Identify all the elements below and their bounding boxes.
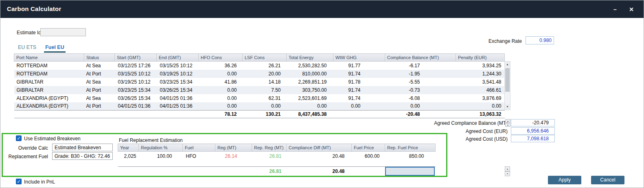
cell xyxy=(333,111,385,118)
spacer-row xyxy=(118,161,436,167)
cell: -0.73 xyxy=(385,86,456,94)
cell: ALEXANDRIA (EGYPT) xyxy=(14,102,84,111)
table-row[interactable]: GIBRALTARAt Sea03/19/25 10:1203/23/25 15… xyxy=(14,78,505,86)
cell xyxy=(118,161,436,167)
table-row[interactable]: ALEXANDRIA (EGYPT)At Port04/01/25 01:360… xyxy=(14,102,505,111)
cell: ROTTERDAM xyxy=(14,62,84,70)
cell xyxy=(139,167,183,176)
total-energy: 8,437,485.38 xyxy=(287,111,333,118)
checkmark-icon: ✓ xyxy=(17,179,20,184)
tab-fuel-eu[interactable]: Fuel EU xyxy=(44,43,66,53)
column-header[interactable]: Total Energy xyxy=(287,54,333,62)
cell: 91.74 xyxy=(333,94,385,102)
fuel-table-scrollbar[interactable]: ▲ ▼ xyxy=(505,166,510,177)
estimate-id-input[interactable] xyxy=(40,28,86,36)
cell: 03/12/25 17:26 xyxy=(115,62,157,70)
spinner-up-icon[interactable]: ▲ xyxy=(505,119,510,123)
cell: 600.00 xyxy=(352,152,385,161)
cell: 810,000.00 xyxy=(287,70,333,78)
cell: HFO xyxy=(183,152,215,161)
cell: At Port xyxy=(84,70,115,78)
carbon-calculator-dialog: Carbon Calculator – ✕ Estimate Id Exchan… xyxy=(0,0,644,188)
cell: 0.00 xyxy=(287,102,333,111)
column-header[interactable]: Reg (MT) xyxy=(215,144,252,152)
column-header[interactable]: Rep. Fuel Price xyxy=(385,144,436,152)
total-hfo: 78.12 xyxy=(199,111,243,118)
total-compliance: -20.48 xyxy=(385,111,456,118)
total-lsf: 130.21 xyxy=(243,111,287,118)
column-header[interactable]: Compliance Diff (MT) xyxy=(287,144,352,152)
voyage-table: Port Name Status Start (GMT) End (GMT) H… xyxy=(14,53,505,118)
cell: At Sea xyxy=(84,78,115,86)
cell: 26.81 xyxy=(252,152,287,161)
scroll-down-icon[interactable]: ▼ xyxy=(505,171,510,176)
cancel-button[interactable]: Cancel xyxy=(591,176,624,184)
estimate-id-label: Estimate Id xyxy=(17,30,41,35)
rep-fuel-price-input[interactable] xyxy=(385,167,435,176)
override-calc-input[interactable] xyxy=(52,144,113,151)
cell xyxy=(115,111,157,118)
column-header[interactable]: Compliance Balance (MT) xyxy=(385,54,456,62)
tab-eu-ets[interactable]: EU ETS xyxy=(17,43,37,53)
include-in-pnl-checkbox[interactable]: ✓ xyxy=(16,179,22,184)
cell xyxy=(215,167,252,176)
agreed-compliance-value[interactable]: -20.479 xyxy=(511,119,555,126)
apply-button[interactable]: Apply xyxy=(548,176,581,184)
scroll-up-icon[interactable]: ▲ xyxy=(505,166,510,171)
cell: 3,876.69 xyxy=(456,94,505,102)
table-row[interactable]: ALEXANDRIA (EGYPT)At Sea03/26/25 15:3404… xyxy=(14,94,505,102)
totals-row: 26.8120.48 xyxy=(118,167,436,176)
cell: 04/01/25 01:36 xyxy=(157,102,199,111)
exchange-rate-input[interactable] xyxy=(526,36,554,44)
column-header[interactable]: Fuel Price xyxy=(352,144,385,152)
table-row[interactable]: 2,025100.00HFO26.1426.8120.48600.00850.0… xyxy=(118,152,436,161)
column-header[interactable]: Start (GMT) xyxy=(115,54,157,62)
spinner-down-icon[interactable]: ▼ xyxy=(505,123,510,127)
replacement-fuel-input[interactable] xyxy=(52,152,113,160)
compliance-spinner[interactable]: ▲ ▼ xyxy=(505,119,510,127)
agreed-cost-eur-value[interactable]: 6,956.646 xyxy=(511,127,555,135)
scroll-up-icon[interactable]: ▲ xyxy=(505,62,510,67)
scroll-down-icon[interactable]: ▼ xyxy=(505,104,510,110)
cell: 91.77 xyxy=(333,62,385,70)
cell: 20.00 xyxy=(243,70,287,78)
column-header[interactable]: LSF Cons xyxy=(243,54,287,62)
cell: ROTTERDAM xyxy=(14,70,84,78)
scrollbar-thumb[interactable] xyxy=(505,68,510,92)
cell: 2,269,851.19 xyxy=(287,78,333,86)
column-header[interactable]: Rep. Reg (MT) xyxy=(252,144,287,152)
cell: 20.48 xyxy=(287,152,352,161)
cell xyxy=(183,167,215,176)
column-header[interactable]: Penalty (EUR) xyxy=(456,54,505,62)
column-header[interactable]: End (GMT) xyxy=(157,54,199,62)
titlebar[interactable]: Carbon Calculator – ✕ xyxy=(0,0,644,18)
cell: At Sea xyxy=(84,62,115,70)
checkmark-icon: ✓ xyxy=(17,136,20,141)
column-header[interactable]: Year xyxy=(118,144,139,152)
include-in-pnl-label: Include in PnL xyxy=(24,179,55,185)
header-row: Port Name Status Start (GMT) End (GMT) H… xyxy=(14,54,505,62)
cell xyxy=(14,111,84,118)
exchange-rate-label: Exchange Rate xyxy=(488,38,522,44)
column-header[interactable]: Regulation % xyxy=(139,144,183,152)
cell: 14.18 xyxy=(243,78,287,86)
cell: 303,750.00 xyxy=(287,86,333,94)
table-row[interactable]: ROTTERDAMAt Port03/15/25 10:1203/19/25 1… xyxy=(14,70,505,78)
use-estimated-breakeven-checkbox[interactable]: ✓ xyxy=(16,135,22,141)
close-icon[interactable]: ✕ xyxy=(626,4,636,14)
cell: 36.26 xyxy=(199,62,243,70)
table-scrollbar[interactable]: ▲ ▼ xyxy=(504,61,510,110)
column-header[interactable]: Status xyxy=(84,54,115,62)
table-row[interactable]: GIBRALTARAt Port03/23/25 15:3403/26/25 1… xyxy=(14,86,505,94)
cell: 04/01/25 01:36 xyxy=(115,102,157,111)
cell: 62.31 xyxy=(243,94,287,102)
column-header[interactable]: Port Name xyxy=(14,54,84,62)
column-header[interactable]: HFO Cons xyxy=(199,54,243,62)
cell: GIBRALTAR xyxy=(14,86,84,94)
column-header[interactable]: Fuel xyxy=(183,144,215,152)
column-header[interactable]: WtW GHG xyxy=(333,54,385,62)
cell: 0.00 xyxy=(456,102,505,111)
minimize-icon[interactable]: – xyxy=(610,4,620,14)
table-row[interactable]: ROTTERDAMAt Sea03/12/25 17:2603/15/25 10… xyxy=(14,62,505,70)
agreed-cost-usd-value[interactable]: 7,098.618 xyxy=(511,135,555,142)
